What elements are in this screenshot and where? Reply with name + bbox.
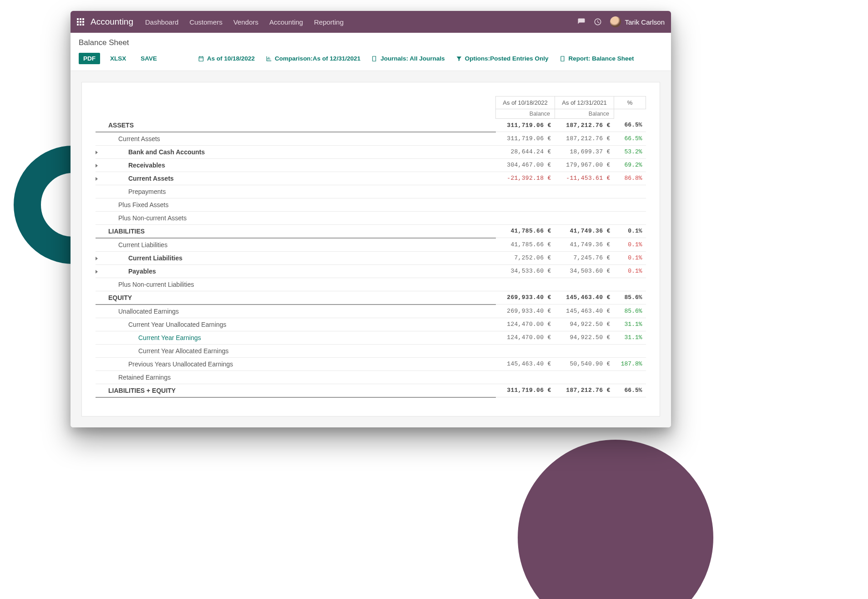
row-label: Current Year Unallocated Earnings	[128, 321, 227, 328]
row-label-cell: Current Liabilities	[96, 238, 496, 252]
topbar: Accounting Dashboard Customers Vendors A…	[71, 11, 671, 33]
col-header-current: As of 10/18/2022	[496, 96, 555, 109]
row-value-current: 145,463.40 €	[496, 357, 555, 371]
table-row: Receivables304,467.00 €179,967.00 €69.2%	[96, 158, 646, 172]
row-label-cell: Previous Years Unallocated Earnings	[96, 357, 496, 371]
table-row: Bank and Cash Accounts28,644.24 €18,699.…	[96, 145, 646, 158]
row-label: Retained Earnings	[118, 374, 171, 381]
col-header-pct: %	[614, 96, 646, 109]
nav-dashboard[interactable]: Dashboard	[145, 18, 178, 26]
row-value-compare: 7,245.76 €	[555, 251, 614, 264]
table-row: Unallocated Earnings269,933.40 €145,463.…	[96, 305, 646, 318]
messaging-icon[interactable]	[577, 18, 585, 26]
filter-options[interactable]: Options:Posted Entries Only	[453, 53, 551, 64]
row-value-compare	[555, 211, 614, 224]
row-label: Current Assets	[128, 175, 174, 182]
row-label-cell: ASSETS	[96, 119, 496, 132]
nav-customers[interactable]: Customers	[189, 18, 222, 26]
row-label-cell: Current Year Unallocated Earnings	[96, 318, 496, 331]
row-pct: 66.5%	[614, 384, 646, 397]
save-button[interactable]: SAVE	[136, 53, 161, 64]
filter-date[interactable]: As of 10/18/2022	[195, 53, 257, 64]
row-value-current: 311,719.06 €	[496, 132, 555, 146]
row-label[interactable]: Current Year Earnings	[138, 334, 201, 341]
row-label: Payables	[128, 268, 156, 275]
table-row: Current Year Allocated Earnings	[96, 344, 646, 357]
row-value-compare: 94,922.50 €	[555, 318, 614, 331]
table-row: Current Liabilities7,252.06 €7,245.76 €0…	[96, 251, 646, 264]
row-value-current: -21,392.18 €	[496, 172, 555, 185]
row-label-cell: Prepayments	[96, 185, 496, 198]
nav-vendors[interactable]: Vendors	[233, 18, 258, 26]
row-pct	[614, 371, 646, 384]
expand-caret-icon[interactable]	[96, 270, 98, 274]
expand-caret-icon[interactable]	[96, 164, 98, 168]
filter-report[interactable]: Report: Balance Sheet	[557, 53, 637, 64]
subheader-balance-2: Balance	[555, 109, 614, 119]
row-pct	[614, 185, 646, 198]
row-value-compare	[555, 185, 614, 198]
table-row: Retained Earnings	[96, 371, 646, 384]
row-label-cell: Plus Non-current Liabilities	[96, 278, 496, 291]
user-menu[interactable]: Tarik Carlson	[610, 16, 665, 27]
xlsx-button[interactable]: XLSX	[106, 53, 131, 64]
row-value-current	[496, 278, 555, 291]
book-icon	[371, 56, 378, 62]
row-value-compare: 179,967.00 €	[555, 158, 614, 172]
row-value-current: 269,933.40 €	[496, 305, 555, 318]
row-label: ASSETS	[108, 122, 134, 129]
row-label: Plus Non-current Liabilities	[118, 281, 194, 288]
row-value-current: 304,467.00 €	[496, 158, 555, 172]
subheader-balance-1: Balance	[496, 109, 555, 119]
clock-icon[interactable]	[594, 18, 602, 26]
table-row: LIABILITIES + EQUITY311,719.06 €187,212.…	[96, 384, 646, 397]
nav-accounting[interactable]: Accounting	[269, 18, 303, 26]
table-row: EQUITY269,933.40 €145,463.40 €85.6%	[96, 291, 646, 305]
row-value-current: 28,644.24 €	[496, 145, 555, 158]
report-body: As of 10/18/2022 As of 12/31/2021 % Bala…	[71, 71, 671, 427]
row-label-cell: Plus Fixed Assets	[96, 198, 496, 211]
bar-chart-icon	[266, 56, 272, 62]
row-value-compare: 94,922.50 €	[555, 331, 614, 344]
row-label-cell: Current Year Allocated Earnings	[96, 344, 496, 357]
filter-journals[interactable]: Journals: All Journals	[368, 53, 447, 64]
row-pct: 53.2%	[614, 145, 646, 158]
row-label-cell[interactable]: Current Liabilities	[96, 251, 496, 264]
table-row: Previous Years Unallocated Earnings145,4…	[96, 357, 646, 371]
calendar-icon	[198, 56, 204, 62]
row-label-cell[interactable]: Current Assets	[96, 172, 496, 185]
row-label: Plus Fixed Assets	[118, 201, 169, 208]
expand-caret-icon[interactable]	[96, 257, 98, 260]
row-label-cell[interactable]: Receivables	[96, 158, 496, 172]
row-label-cell[interactable]: Current Year Earnings	[96, 331, 496, 344]
row-label-cell: EQUITY	[96, 291, 496, 305]
row-value-current	[496, 185, 555, 198]
table-row: Plus Fixed Assets	[96, 198, 646, 211]
table-row: Current Assets311,719.06 €187,212.76 €66…	[96, 132, 646, 146]
row-label-cell[interactable]: Payables	[96, 264, 496, 278]
row-value-current: 41,785.66 €	[496, 238, 555, 252]
row-value-compare: 145,463.40 €	[555, 305, 614, 318]
apps-grid-icon[interactable]	[77, 18, 84, 25]
expand-caret-icon[interactable]	[96, 177, 98, 181]
row-label: Current Liabilities	[118, 241, 167, 249]
row-label-cell[interactable]: Bank and Cash Accounts	[96, 145, 496, 158]
table-row: Plus Non-current Liabilities	[96, 278, 646, 291]
row-value-compare	[555, 371, 614, 384]
row-label-cell: LIABILITIES	[96, 224, 496, 238]
app-window: Accounting Dashboard Customers Vendors A…	[71, 11, 671, 427]
nav-reporting[interactable]: Reporting	[314, 18, 343, 26]
app-title[interactable]: Accounting	[91, 17, 133, 27]
row-value-current	[496, 344, 555, 357]
row-value-current: 124,470.00 €	[496, 331, 555, 344]
user-name: Tarik Carlson	[625, 18, 665, 26]
row-value-current	[496, 371, 555, 384]
row-value-compare: 41,749.36 €	[555, 224, 614, 238]
book-icon	[560, 56, 566, 62]
pdf-button[interactable]: PDF	[79, 53, 100, 64]
row-pct: 0.1%	[614, 251, 646, 264]
row-label: LIABILITIES + EQUITY	[108, 387, 176, 394]
expand-caret-icon[interactable]	[96, 151, 98, 154]
filter-comparison[interactable]: Comparison:As of 12/31/2021	[263, 53, 363, 64]
row-value-compare: 18,699.37 €	[555, 145, 614, 158]
